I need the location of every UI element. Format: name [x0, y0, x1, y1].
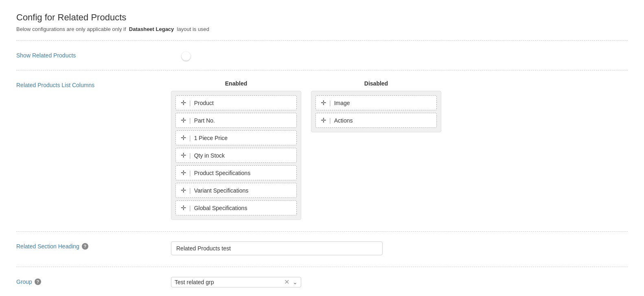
columns-layout: Enabled ✛ | Product ✛ | Part No. ✛ [171, 80, 628, 220]
separator-icon: | [189, 205, 191, 211]
disabled-column: Disabled ✛ | Image ✛ | Actions [311, 80, 441, 132]
disabled-drag-list: ✛ | Image ✛ | Actions [311, 91, 441, 132]
item-label: Actions [334, 117, 353, 124]
enabled-column-title: Enabled [171, 80, 301, 87]
related-products-list-columns-row: Related Products List Columns Enabled ✛ … [16, 80, 628, 220]
item-label: Part No. [194, 117, 215, 124]
separator-icon: | [189, 170, 191, 176]
drag-handle-icon: ✛ [181, 116, 186, 124]
toggle-knob [182, 52, 191, 61]
separator-icon: | [189, 187, 191, 194]
group-select-container: Test related grp ✕ ⌄ [171, 277, 628, 287]
separator-icon: | [189, 135, 191, 141]
section-divider [16, 40, 628, 41]
drag-handle-icon: ✛ [181, 99, 186, 107]
item-label: Product Specifications [194, 170, 251, 176]
drag-handle-icon: ✛ [321, 99, 326, 107]
drag-item-productspecs[interactable]: ✛ | Product Specifications [175, 165, 297, 180]
drag-handle-icon: ✛ [181, 151, 186, 159]
drag-handle-icon: ✛ [181, 169, 186, 177]
drag-handle-icon: ✛ [181, 204, 186, 212]
separator-icon: | [189, 117, 191, 124]
page-subtitle: Below configurations are only applicable… [16, 26, 628, 32]
item-label: Qty in Stock [194, 152, 225, 159]
group-help-icon[interactable]: ? [35, 278, 41, 285]
drag-item-image[interactable]: ✛ | Image [315, 95, 437, 110]
item-label: Variant Specifications [194, 187, 249, 194]
separator-icon: | [189, 100, 191, 106]
group-label: Group ? [16, 277, 171, 285]
page-title: Config for Related Products [16, 12, 628, 23]
group-row: Group ? Test related grp ✕ ⌄ [16, 277, 628, 287]
item-label: Image [334, 100, 350, 106]
related-section-heading-label: Related Section Heading ? [16, 241, 171, 250]
separator-icon: | [329, 100, 331, 106]
group-dropdown-arrow-icon[interactable]: ⌄ [293, 279, 298, 285]
show-related-products-label: Show Related Products [16, 50, 171, 59]
section-divider-3 [16, 231, 628, 232]
drag-handle-icon: ✛ [181, 134, 186, 142]
drag-item-globalspecs[interactable]: ✛ | Global Specifications [175, 200, 297, 215]
related-section-heading-input[interactable] [171, 241, 383, 255]
drag-item-partno[interactable]: ✛ | Part No. [175, 113, 297, 128]
show-related-products-row: Show Related Products [16, 50, 628, 59]
related-section-heading-help-icon[interactable]: ? [82, 243, 88, 250]
enabled-column: Enabled ✛ | Product ✛ | Part No. ✛ [171, 80, 301, 220]
enabled-drag-list: ✛ | Product ✛ | Part No. ✛ | 1 Piece Pri… [171, 91, 301, 220]
related-section-heading-input-container [171, 241, 628, 255]
item-label: 1 Piece Price [194, 135, 228, 141]
drag-handle-icon: ✛ [181, 186, 186, 194]
item-label: Global Specifications [194, 205, 248, 211]
drag-item-1pieceprice[interactable]: ✛ | 1 Piece Price [175, 130, 297, 145]
drag-item-qtyinstock[interactable]: ✛ | Qty in Stock [175, 148, 297, 163]
group-selected-value: Test related grp [175, 279, 281, 285]
item-label: Product [194, 100, 214, 106]
separator-icon: | [329, 117, 331, 124]
group-select[interactable]: Test related grp ✕ ⌄ [171, 277, 301, 287]
related-section-heading-row: Related Section Heading ? [16, 241, 628, 255]
drag-handle-icon: ✛ [321, 116, 326, 124]
separator-icon: | [189, 152, 191, 159]
disabled-column-title: Disabled [311, 80, 441, 87]
related-products-list-columns-label: Related Products List Columns [16, 80, 171, 88]
page-container: Config for Related Products Below config… [0, 0, 644, 296]
section-divider-2 [16, 70, 628, 70]
group-clear-icon[interactable]: ✕ [284, 279, 289, 285]
drag-item-product[interactable]: ✛ | Product [175, 95, 297, 110]
section-divider-4 [16, 267, 628, 267]
drag-item-variantspecs[interactable]: ✛ | Variant Specifications [175, 183, 297, 198]
drag-item-actions[interactable]: ✛ | Actions [315, 113, 437, 128]
